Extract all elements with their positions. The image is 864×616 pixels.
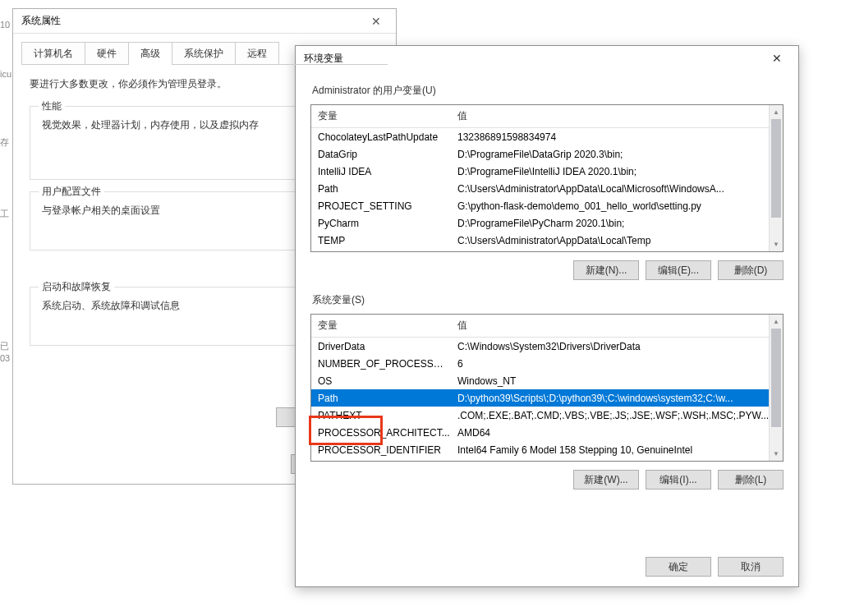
table-row[interactable]: PathD:\python39\Scripts\;D:\python39\;C:… bbox=[311, 389, 783, 407]
user-vars-header: 变量 值 bbox=[311, 105, 783, 128]
tab-computer-name[interactable]: 计算机名 bbox=[21, 42, 85, 65]
var-value-cell: D:\ProgrameFile\DataGrip 2020.3\bin; bbox=[451, 149, 783, 160]
var-value-cell: D:\ProgrameFile\PyCharm 2020.1\bin; bbox=[451, 218, 783, 229]
tab-system-protection[interactable]: 系统保护 bbox=[172, 42, 236, 65]
table-row[interactable]: OSWindows_NT bbox=[311, 372, 783, 389]
environment-variables-dialog: 环境变量 ✕ Administrator 的用户变量(U) 变量 值 Choco… bbox=[295, 45, 799, 587]
env-main-buttons: 确定 取消 bbox=[646, 557, 784, 577]
scroll-down-icon[interactable]: ▼ bbox=[770, 237, 783, 251]
edit-user-var-button[interactable]: 编辑(E)... bbox=[646, 260, 711, 280]
col-variable[interactable]: 变量 bbox=[311, 315, 451, 337]
var-name-cell: PROCESSOR_IDENTIFIER bbox=[311, 444, 451, 456]
var-name-cell: DataGrip bbox=[311, 149, 451, 160]
col-value[interactable]: 值 bbox=[451, 105, 783, 127]
var-value-cell: 6 bbox=[451, 358, 783, 370]
var-value-cell: D:\python39\Scripts\;D:\python39\;C:\win… bbox=[451, 393, 783, 404]
var-value-cell: Windows_NT bbox=[451, 375, 783, 387]
system-vars-section: 系统变量(S) 变量 值 DriverDataC:\Windows\System… bbox=[310, 293, 784, 490]
new-user-var-button[interactable]: 新建(N)... bbox=[573, 260, 639, 280]
var-name-cell: PATHEXT bbox=[311, 410, 451, 421]
system-vars-header: 变量 值 bbox=[311, 315, 783, 338]
new-sys-var-button[interactable]: 新建(W)... bbox=[573, 470, 639, 490]
var-name-cell: DriverData bbox=[311, 341, 451, 352]
user-vars-scrollbar[interactable]: ▲ ▼ bbox=[769, 105, 783, 251]
var-value-cell: G:\python-flask-demo\demo_001_hello_worl… bbox=[451, 200, 783, 212]
bg-text: 已 bbox=[0, 340, 9, 352]
table-row[interactable]: DriverDataC:\Windows\System32\Drivers\Dr… bbox=[311, 338, 783, 355]
close-icon[interactable]: ✕ bbox=[365, 11, 388, 31]
close-icon[interactable]: ✕ bbox=[764, 48, 790, 68]
var-name-cell: PyCharm bbox=[311, 218, 451, 229]
scroll-down-icon[interactable]: ▼ bbox=[770, 447, 783, 461]
table-row[interactable]: PATHEXT.COM;.EXE;.BAT;.CMD;.VBS;.VBE;.JS… bbox=[311, 407, 783, 424]
var-value-cell: Intel64 Family 6 Model 158 Stepping 10, … bbox=[451, 444, 783, 456]
var-value-cell: C:\Users\Administrator\AppData\Local\Mic… bbox=[451, 183, 783, 195]
delete-user-var-button[interactable]: 删除(D) bbox=[718, 260, 784, 280]
env-dialog-title: 环境变量 bbox=[304, 52, 764, 66]
tab-remote[interactable]: 远程 bbox=[235, 42, 279, 65]
bg-text: 10 bbox=[0, 20, 10, 30]
cancel-button[interactable]: 取消 bbox=[718, 557, 784, 577]
table-row[interactable]: IntelliJ IDEAD:\ProgrameFile\IntelliJ ID… bbox=[311, 163, 783, 180]
scroll-up-icon[interactable]: ▲ bbox=[770, 105, 783, 119]
group-performance-title: 性能 bbox=[39, 99, 65, 113]
env-titlebar[interactable]: 环境变量 ✕ bbox=[296, 46, 798, 71]
table-row[interactable]: DataGripD:\ProgrameFile\DataGrip 2020.3\… bbox=[311, 145, 783, 163]
partial-button[interactable] bbox=[276, 407, 296, 427]
table-row[interactable]: PROCESSOR_IDENTIFIERIntel64 Family 6 Mod… bbox=[311, 441, 783, 458]
tab-advanced[interactable]: 高级 bbox=[128, 42, 172, 65]
user-vars-listview[interactable]: 变量 值 ChocolateyLastPathUpdate13238689159… bbox=[310, 104, 784, 252]
table-row[interactable]: TEMPC:\Users\Administrator\AppData\Local… bbox=[311, 232, 783, 249]
user-vars-buttons: 新建(N)... 编辑(E)... 删除(D) bbox=[310, 260, 784, 280]
scroll-thumb[interactable] bbox=[771, 119, 781, 218]
var-name-cell: IntelliJ IDEA bbox=[311, 166, 451, 177]
var-name-cell: PROJECT_SETTING bbox=[311, 200, 451, 212]
table-row[interactable]: PROJECT_SETTINGG:\python-flask-demo\demo… bbox=[311, 197, 783, 214]
table-row[interactable]: ChocolateyLastPathUpdate1323868915988349… bbox=[311, 128, 783, 145]
system-vars-listview[interactable]: 变量 值 DriverDataC:\Windows\System32\Drive… bbox=[310, 314, 784, 462]
var-name-cell: NUMBER_OF_PROCESSORS bbox=[311, 358, 451, 370]
bg-text: icu bbox=[0, 69, 11, 79]
var-name-cell: PROCESSOR_ARCHITECT... bbox=[311, 427, 451, 439]
var-value-cell: .COM;.EXE;.BAT;.CMD;.VBS;.VBE;.JS;.JSE;.… bbox=[451, 410, 783, 421]
var-name-cell: ChocolateyLastPathUpdate bbox=[311, 131, 451, 143]
var-value-cell: D:\ProgrameFile\IntelliJ IDEA 2020.1\bin… bbox=[451, 166, 783, 177]
table-row[interactable]: PathC:\Users\Administrator\AppData\Local… bbox=[311, 180, 783, 197]
scroll-up-icon[interactable]: ▲ bbox=[770, 315, 783, 329]
group-user-profile-title: 用户配置文件 bbox=[39, 185, 104, 199]
bg-text: 03 bbox=[0, 353, 10, 363]
table-row[interactable]: PyCharmD:\ProgrameFile\PyCharm 2020.1\bi… bbox=[311, 214, 783, 232]
sys-dialog-title: 系统属性 bbox=[21, 14, 365, 28]
var-name-cell: OS bbox=[311, 375, 451, 387]
sys-titlebar[interactable]: 系统属性 ✕ bbox=[13, 9, 396, 34]
delete-sys-var-button[interactable]: 删除(L) bbox=[718, 470, 784, 490]
var-value-cell: C:\Windows\System32\Drivers\DriverData bbox=[451, 341, 783, 352]
system-vars-scrollbar[interactable]: ▲ ▼ bbox=[769, 315, 783, 461]
var-value-cell: C:\Users\Administrator\AppData\Local\Tem… bbox=[451, 235, 783, 246]
var-value-cell: 132386891598834974 bbox=[451, 131, 783, 143]
col-variable[interactable]: 变量 bbox=[311, 105, 451, 127]
bg-text: 存 bbox=[0, 136, 9, 149]
user-vars-section: Administrator 的用户变量(U) 变量 值 ChocolateyLa… bbox=[310, 84, 784, 280]
var-name-cell: TEMP bbox=[311, 235, 451, 246]
ok-button[interactable]: 确定 bbox=[646, 557, 711, 577]
system-vars-label: 系统变量(S) bbox=[312, 293, 784, 307]
table-row[interactable]: PROCESSOR_ARCHITECT...AMD64 bbox=[311, 424, 783, 441]
system-vars-buttons: 新建(W)... 编辑(I)... 删除(L) bbox=[310, 470, 784, 490]
var-value-cell: AMD64 bbox=[451, 427, 783, 439]
bg-text: 工 bbox=[0, 208, 9, 220]
var-name-cell: Path bbox=[311, 393, 451, 404]
user-vars-label: Administrator 的用户变量(U) bbox=[312, 84, 784, 98]
col-value[interactable]: 值 bbox=[451, 315, 783, 337]
scroll-thumb[interactable] bbox=[771, 329, 781, 427]
edit-sys-var-button[interactable]: 编辑(I)... bbox=[646, 470, 711, 490]
group-startup-title: 启动和故障恢复 bbox=[39, 280, 114, 294]
var-name-cell: Path bbox=[311, 183, 451, 195]
tab-hardware[interactable]: 硬件 bbox=[85, 42, 129, 65]
table-row[interactable]: NUMBER_OF_PROCESSORS6 bbox=[311, 355, 783, 372]
